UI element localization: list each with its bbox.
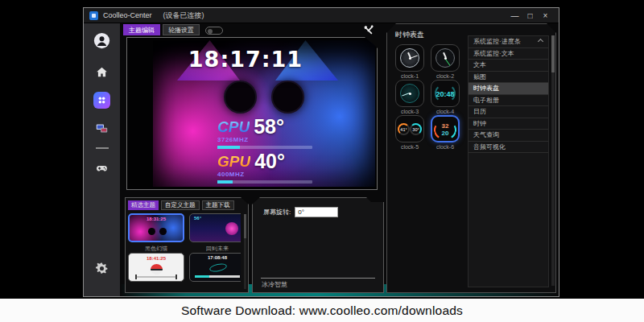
theme-tabs: 精选主题 自定义主题 主题下载 [128, 200, 234, 210]
menu-item-sticker[interactable]: 贴图 [469, 72, 548, 84]
clockface-label: clock-2 [429, 73, 461, 79]
thumb-lens-left [148, 228, 155, 235]
gauge-center-dot [409, 93, 411, 95]
home-icon[interactable] [95, 65, 109, 79]
app-logo-icon [89, 11, 98, 20]
clockface-cell-1: clock-1 [394, 44, 426, 79]
screen-settings-panel: 屏幕旋转: 冰冷智慧 [252, 197, 384, 293]
clockface-thumb-1[interactable] [395, 44, 424, 72]
theme-thumb-label: 黑色幻猫 [128, 245, 184, 253]
dual-values: 32 20 [432, 122, 458, 137]
teal-logo-graphic [208, 262, 227, 273]
theme-thumb-pokeball[interactable]: 18:41:25 [128, 253, 184, 282]
gpu-temp: 40° [254, 152, 285, 170]
theme-thumb-black-cat[interactable]: 18:31:25 [128, 213, 184, 242]
menu-item-clock[interactable]: 时钟 [469, 118, 548, 130]
main-area: 主题编辑 轮播设置 18:17:11 [120, 23, 559, 296]
thumb-time: 18:31:25 [130, 217, 183, 221]
tab-carousel-settings[interactable]: 轮播设置 [163, 24, 200, 35]
thumb-temp-badge: 56° [194, 216, 201, 221]
temp-gauge-left: 41° [398, 123, 410, 135]
close-button[interactable]: × [538, 9, 553, 23]
theme-list-scrollbar[interactable] [244, 214, 246, 289]
widget-type-menu: 系统监控·进度条 系统监控·文本 文本 贴图 时钟表盘 电子相册 日历 时钟 天… [468, 35, 549, 287]
toggle-knob [208, 29, 213, 34]
theme-thumb-label: 回到未来 [189, 245, 241, 253]
overlay-clock: 18:17:11 [153, 47, 338, 72]
tab-theme-download[interactable]: 主题下载 [202, 200, 234, 210]
caption-text: Software Download: www.coolleo.com/downl… [181, 303, 463, 318]
tools-icon[interactable] [362, 24, 374, 36]
menu-item-clockface[interactable]: 时钟表盘 [469, 83, 548, 95]
rotation-input[interactable] [295, 207, 338, 217]
temp-gauge-right: 30° [410, 123, 422, 135]
tab-featured-themes[interactable]: 精选主题 [128, 200, 159, 210]
rotation-label: 屏幕旋转: [263, 208, 291, 217]
gpu-progress-bar [217, 180, 312, 184]
menu-item-text[interactable]: 文本 [469, 60, 548, 72]
digital-time: 20:48 [431, 90, 459, 98]
clock-center-dot [444, 57, 447, 60]
clockfaces-header: 时钟表盘 [395, 30, 424, 40]
clockface-cell-5: 41° 30° clock-5 [394, 115, 426, 150]
thumb-progress [195, 275, 240, 278]
caption-bar: Software Download: www.coolleo.com/downl… [0, 299, 644, 322]
lcd-screen-preview[interactable]: 18:17:11 CPU 58° 3726MHZ GPU [153, 40, 375, 187]
value-bottom: 20 [442, 130, 449, 137]
gpu-monitor-overlay: GPU 40° 400MHZ [217, 152, 338, 184]
cpu-progress-bar [217, 146, 312, 149]
value-top: 32 [442, 122, 449, 130]
settings-gear-icon[interactable] [95, 262, 109, 275]
user-avatar-icon[interactable] [93, 32, 110, 49]
cpu-monitor-overlay: CPU 58° 3726MHZ [217, 118, 338, 149]
settings-footer-text: 冰冷智慧 [262, 280, 287, 289]
sidebar [84, 23, 120, 296]
cpu-progress-fill [217, 146, 240, 149]
window-body: 主题编辑 轮播设置 18:17:11 [84, 23, 559, 296]
theme-preview-panel: 18:17:11 CPU 58° 3726MHZ GPU [126, 37, 378, 190]
tab-theme-edit[interactable]: 主题编辑 [123, 24, 160, 35]
cpu-temp: 58° [254, 118, 284, 135]
clockface-label: clock-5 [394, 144, 426, 150]
screens-icon[interactable] [95, 122, 109, 135]
clockface-cell-4: 20:48 clock-4 [429, 80, 461, 114]
scrollbar-handle[interactable] [244, 214, 246, 238]
menu-item-calendar[interactable]: 日历 [469, 106, 548, 118]
widget-panel: 时钟表盘 clock-1 [386, 23, 556, 293]
clockface-thumb-5[interactable]: 41° 30° [395, 115, 424, 142]
rotation-row: 屏幕旋转: [263, 207, 338, 217]
menu-item-audio-visualizer[interactable]: 音频可视化 [469, 142, 548, 154]
menu-item-sysmon-text[interactable]: 系统监控·文本 [469, 48, 548, 60]
gamepad-icon[interactable] [95, 161, 109, 175]
clockface-thumb-6-selected[interactable]: 32 20 [431, 115, 460, 142]
scrollbar-handle[interactable] [551, 35, 555, 72]
thumb-time: 18:41:25 [129, 256, 184, 261]
clockface-thumb-2[interactable] [431, 44, 460, 72]
thumb-time: 17:08:48 [190, 255, 241, 260]
clockface-label: clock-1 [394, 73, 426, 79]
carousel-toggle[interactable] [205, 27, 223, 35]
panel-scrollbar[interactable] [551, 35, 555, 286]
maximize-button[interactable]: □ [522, 9, 538, 23]
window-title: Coolleo-Center [103, 11, 152, 19]
clockface-thumb-4[interactable]: 20:48 [431, 80, 460, 107]
theme-thumb-back-to-future[interactable]: 56° [189, 213, 241, 242]
menu-item-weather[interactable]: 天气查询 [469, 130, 548, 142]
screenshot-stage: Coolleo-Center (设备已连接) — □ × [0, 0, 644, 322]
theme-thumbnail-list: 18:31:25 56° 黑色幻猫 回到未来 18:41:25 [128, 213, 241, 291]
theme-thumb-dark-clock[interactable]: 17:08:48 [189, 253, 241, 282]
menu-scroll-up-icon[interactable] [536, 36, 545, 45]
gpu-label: GPU [217, 154, 250, 170]
clockface-cell-3: clock-3 [394, 80, 426, 114]
menu-item-photo-album[interactable]: 电子相册 [469, 95, 548, 107]
window-controls: — □ × [507, 9, 553, 23]
sidebar-divider [96, 147, 109, 149]
tab-custom-themes[interactable]: 自定义主题 [161, 200, 200, 210]
thumb-lens-right [159, 228, 167, 235]
themes-grid-icon[interactable] [93, 92, 110, 109]
clockface-thumb-3[interactable] [395, 80, 424, 107]
minimize-button[interactable]: — [507, 9, 522, 23]
settings-divider [261, 278, 375, 279]
clock-center-dot [409, 57, 411, 60]
clockface-label: clock-4 [429, 109, 461, 114]
